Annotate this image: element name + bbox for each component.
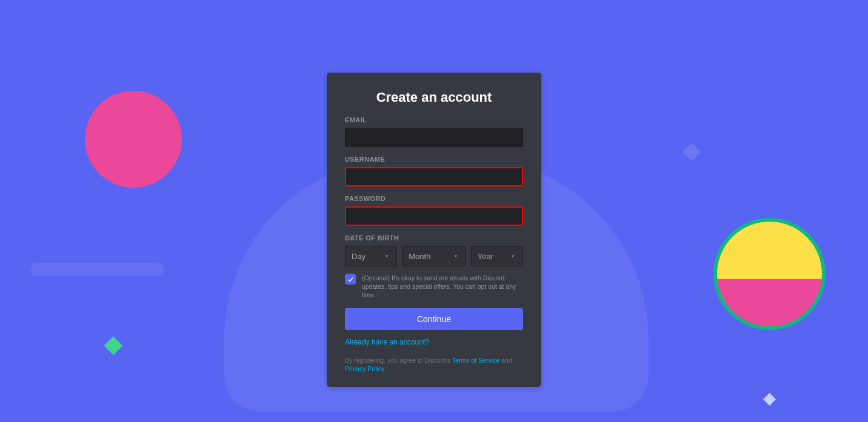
login-link[interactable]: Already have an account? <box>345 338 429 346</box>
chevron-down-icon <box>509 252 516 260</box>
marketing-opt-text: (Optional) It's okay to send me emails w… <box>362 274 523 300</box>
email-input[interactable] <box>345 128 523 147</box>
fineprint-and: and <box>499 357 512 364</box>
continue-button[interactable]: Continue <box>345 308 523 330</box>
check-icon <box>347 276 354 283</box>
fineprint-prefix: By registering, you agree to Discord's <box>345 357 452 364</box>
marketing-opt-row: (Optional) It's okay to send me emails w… <box>345 274 523 300</box>
register-card: Create an account EMAIL USERNAME PASSWOR… <box>327 73 541 387</box>
dob-day-placeholder: Day <box>352 252 366 261</box>
chevron-down-icon <box>452 252 459 260</box>
card-title: Create an account <box>345 90 523 105</box>
email-label: EMAIL <box>345 116 523 124</box>
username-label: USERNAME <box>345 156 523 163</box>
username-input[interactable] <box>345 167 523 186</box>
marketing-opt-checkbox[interactable] <box>345 274 356 285</box>
password-label: PASSWORD <box>345 195 523 202</box>
dob-day-select[interactable]: Day <box>345 246 397 266</box>
fineprint: By registering, you agree to Discord's T… <box>345 356 523 374</box>
dob-year-select[interactable]: Year <box>471 246 523 266</box>
terms-of-service-link[interactable]: Terms of Service <box>452 357 499 364</box>
privacy-policy-link[interactable]: Privacy Policy <box>345 365 384 372</box>
dob-row: Day Month Year <box>345 246 523 266</box>
dob-month-placeholder: Month <box>409 252 430 261</box>
dob-label: DATE OF BIRTH <box>345 234 523 242</box>
bg-cloud-small <box>30 263 164 276</box>
password-input[interactable] <box>345 206 523 226</box>
bg-illustration-person-phone <box>85 91 182 188</box>
sparkle-icon <box>682 142 701 161</box>
dob-month-select[interactable]: Month <box>402 246 466 266</box>
chevron-down-icon <box>383 252 390 260</box>
bg-illustration-waving-person <box>713 218 826 330</box>
sparkle-icon <box>763 393 776 406</box>
dob-year-placeholder: Year <box>478 252 493 261</box>
sparkle-icon <box>104 336 122 355</box>
fineprint-suffix: . <box>384 365 386 372</box>
